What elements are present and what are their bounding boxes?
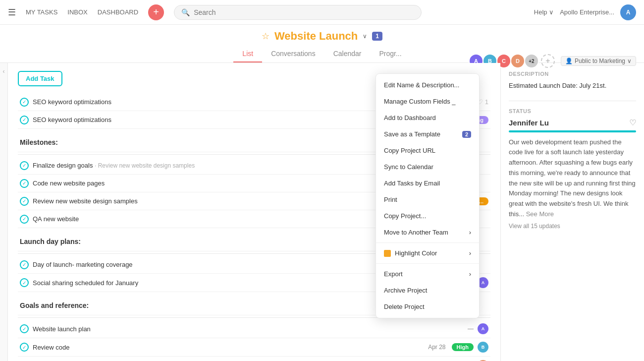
visibility-badge[interactable]: 👤 Public to Marketing ∨: [561, 56, 636, 66]
status-text: Our web development team pushed the code…: [509, 137, 636, 220]
star-icon[interactable]: ☆: [262, 31, 269, 42]
project-dropdown-arrow[interactable]: ∨: [363, 33, 367, 40]
check-icon: ✓: [22, 117, 26, 122]
task-checkbox[interactable]: ✓: [20, 197, 29, 206]
avatar[interactable]: A: [620, 4, 636, 20]
task-name[interactable]: SEO keyword optimizations: [33, 98, 376, 106]
date-label: —: [468, 325, 474, 332]
status-heart-icon[interactable]: ♡: [629, 118, 636, 127]
add-member-button[interactable]: +: [541, 54, 555, 68]
task-checkbox[interactable]: ✓: [20, 215, 29, 224]
right-panel: DESCRIPTION Estimated Launch Date: July …: [500, 63, 644, 361]
task-name[interactable]: SEO keyword optimizations: [33, 116, 400, 123]
menu-item-highlight-color[interactable]: Highlight Color ›: [376, 245, 479, 261]
search-bar: 🔍: [174, 5, 422, 20]
task-checkbox[interactable]: ✓: [20, 161, 29, 170]
description-label: DESCRIPTION: [509, 71, 636, 77]
help-button[interactable]: Help ∨: [534, 8, 554, 16]
status-user: Jennifer Lu ♡: [509, 118, 636, 127]
enterprise-button[interactable]: Apollo Enterprise...: [560, 8, 614, 16]
check-icon: ✓: [22, 345, 26, 350]
arrow-right-icon: ›: [469, 229, 471, 236]
search-icon: 🔍: [181, 8, 190, 16]
menu-item-label: Delete Project: [384, 303, 425, 310]
menu-item-label: Edit Name & Description...: [384, 81, 459, 89]
arrow-right-icon: ›: [469, 270, 471, 278]
project-title: Website Launch: [274, 30, 358, 43]
check-icon: ✓: [22, 99, 26, 105]
nav-right: Help ∨ Apollo Enterprise... A: [534, 4, 636, 20]
menu-item-label: Move to Another Team: [384, 229, 448, 236]
status-progress-bar: [509, 130, 636, 132]
menu-item-edit-name[interactable]: Edit Name & Description...: [376, 77, 479, 93]
arrow-right-icon: ›: [469, 249, 471, 257]
chevron-down-icon: ∨: [627, 58, 632, 64]
member-avatar-4[interactable]: D: [510, 54, 525, 68]
task-avatar: A: [478, 323, 488, 334]
task-checkbox[interactable]: ✓: [20, 343, 29, 352]
menu-item-delete[interactable]: Delete Project: [376, 299, 479, 315]
menu-item-label: Print: [384, 196, 397, 203]
menu-item-add-dashboard[interactable]: Add to Dashboard: [376, 110, 479, 126]
search-input[interactable]: [194, 8, 414, 16]
task-name[interactable]: Review code: [33, 344, 226, 351]
date-label: Apr 28: [428, 344, 445, 351]
my-tasks-link[interactable]: MY TASKS: [26, 8, 57, 16]
check-icon: ✓: [22, 326, 26, 332]
tab-calendar[interactable]: Calendar: [324, 46, 371, 62]
add-task-button[interactable]: Add Task: [18, 71, 62, 86]
project-badge: 1: [372, 32, 382, 41]
menu-divider: [376, 263, 479, 264]
menu-item-archive[interactable]: Archive Project: [376, 282, 479, 299]
collapse-button[interactable]: ‹: [0, 63, 8, 361]
menu-item-print[interactable]: Print: [376, 191, 479, 208]
task-name[interactable]: Review new website design samples: [33, 197, 411, 205]
dashboard-link[interactable]: DASHBOARD: [98, 8, 138, 16]
menu-item-label: Copy Project URL: [384, 147, 435, 154]
tab-progress[interactable]: Progr...: [370, 46, 410, 62]
high-tag: High: [452, 343, 474, 351]
menu-item-label: Save as a Template: [384, 130, 440, 138]
table-row: ✓ Review code Apr 28 High B: [18, 338, 490, 357]
menu-item-copy-url[interactable]: Copy Project URL: [376, 142, 479, 159]
menu-item-save-template[interactable]: Save as a Template 2: [376, 126, 479, 142]
top-nav: ☰ MY TASKS INBOX DASHBOARD + 🔍 Help ∨ Ap…: [0, 0, 644, 25]
inbox-link[interactable]: INBOX: [67, 8, 87, 16]
task-checkbox[interactable]: ✓: [20, 278, 29, 287]
menu-item-copy-project[interactable]: Copy Project...: [376, 208, 479, 224]
menu-item-custom-fields[interactable]: Manage Custom Fields _: [376, 93, 479, 110]
panel-divider: [509, 101, 636, 101]
check-icon: ✓: [22, 163, 26, 168]
see-more-link[interactable]: See More: [526, 210, 554, 218]
menu-item-move-team[interactable]: Move to Another Team ›: [376, 224, 479, 241]
task-name[interactable]: Social sharing scheduled for January: [33, 279, 226, 287]
person-icon: 👤: [565, 58, 573, 64]
main-layout: ‹ Add Task ✓ SEO keyword optimizations H…: [0, 63, 644, 361]
task-avatar: B: [478, 342, 488, 353]
status-section: STATUS Jennifer Lu ♡ Our web development…: [509, 108, 636, 230]
menu-item-label: Export: [384, 270, 403, 278]
hamburger-icon[interactable]: ☰: [8, 7, 16, 18]
menu-item-label: Copy Project...: [384, 212, 426, 220]
menu-item-add-email[interactable]: Add Tasks by Email: [376, 175, 479, 191]
view-updates-link[interactable]: View all 15 updates: [509, 223, 636, 230]
task-name[interactable]: Website launch plan: [33, 325, 246, 333]
check-icon: ✓: [22, 180, 26, 186]
task-checkbox[interactable]: ✓: [20, 98, 29, 107]
add-button[interactable]: +: [148, 4, 164, 20]
tabs: List Conversations Calendar Progr...: [233, 46, 410, 62]
tab-list[interactable]: List: [233, 46, 262, 62]
tab-conversations[interactable]: Conversations: [262, 46, 324, 62]
table-row: ✓ Review new website design Med D: [18, 357, 490, 361]
extra-members-badge[interactable]: +2: [524, 54, 539, 68]
visibility-label: Public to Marketing: [575, 58, 625, 64]
project-title-row: ☆ Website Launch ∨ 1: [262, 30, 382, 43]
task-checkbox[interactable]: ✓: [20, 116, 29, 124]
check-icon: ✓: [22, 262, 26, 267]
task-checkbox[interactable]: ✓: [20, 260, 29, 269]
menu-item-sync-calendar[interactable]: Sync to Calendar: [376, 159, 479, 175]
menu-item-export[interactable]: Export ›: [376, 266, 479, 282]
task-checkbox[interactable]: ✓: [20, 324, 29, 333]
task-checkbox[interactable]: ✓: [20, 179, 29, 188]
table-row: ✓ Website launch plan — A: [18, 320, 490, 338]
